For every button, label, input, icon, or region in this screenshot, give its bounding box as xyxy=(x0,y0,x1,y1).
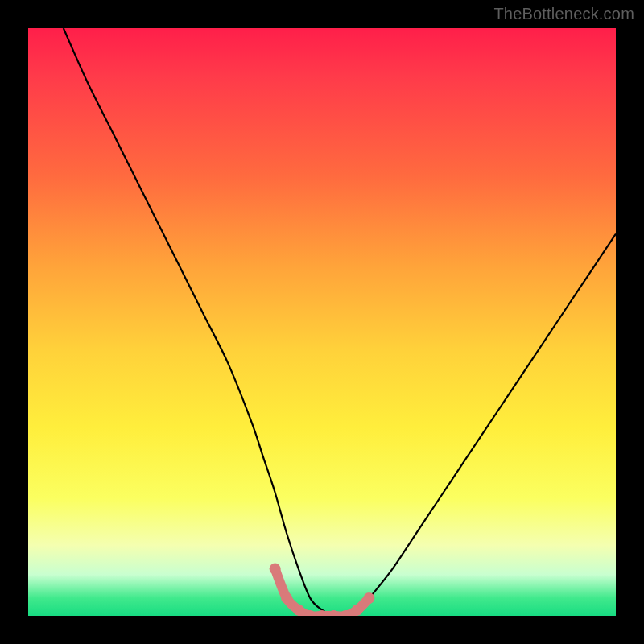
bottom-marker-dot xyxy=(293,605,304,616)
bottom-marker-dot xyxy=(281,592,292,604)
watermark-text: TheBottleneck.com xyxy=(493,5,634,23)
plot-area xyxy=(28,28,616,616)
bottom-marker-dot xyxy=(352,605,363,616)
bottom-marker-dot xyxy=(270,564,281,575)
bottom-marker-dot xyxy=(363,592,374,604)
curve-layer xyxy=(28,28,616,616)
chart-frame: TheBottleneck.com xyxy=(0,0,644,644)
bottleneck-curve xyxy=(64,28,616,616)
